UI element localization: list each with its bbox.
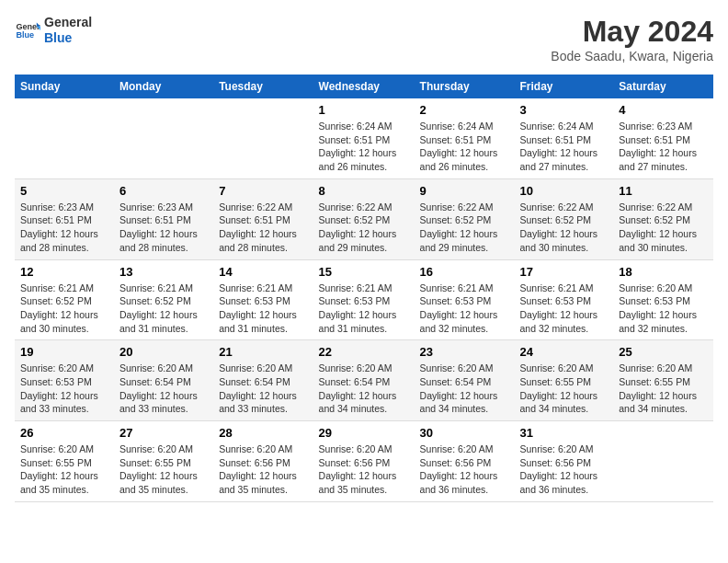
calendar-cell: 20Sunrise: 6:20 AMSunset: 6:54 PMDayligh… xyxy=(114,340,213,421)
logo-icon: General Blue xyxy=(15,17,40,43)
day-number: 7 xyxy=(219,184,307,198)
calendar-cell: 22Sunrise: 6:20 AMSunset: 6:54 PMDayligh… xyxy=(313,340,415,421)
day-info: Sunrise: 6:22 AMSunset: 6:52 PMDaylight:… xyxy=(420,201,509,255)
day-info: Sunrise: 6:23 AMSunset: 6:51 PMDaylight:… xyxy=(20,201,108,255)
day-info: Sunrise: 6:20 AMSunset: 6:55 PMDaylight:… xyxy=(119,442,208,497)
calendar-week-row: 5Sunrise: 6:23 AMSunset: 6:51 PMDaylight… xyxy=(15,178,713,259)
day-info: Sunrise: 6:21 AMSunset: 6:53 PMDaylight:… xyxy=(319,282,409,336)
calendar-cell: 15Sunrise: 6:21 AMSunset: 6:53 PMDayligh… xyxy=(313,259,415,340)
calendar-cell: 6Sunrise: 6:23 AMSunset: 6:51 PMDaylight… xyxy=(114,178,213,259)
day-number: 21 xyxy=(219,345,307,359)
day-info: Sunrise: 6:24 AMSunset: 6:51 PMDaylight:… xyxy=(319,120,409,174)
calendar-cell: 12Sunrise: 6:21 AMSunset: 6:52 PMDayligh… xyxy=(15,259,114,340)
day-number: 17 xyxy=(519,265,608,279)
calendar-table: SundayMondayTuesdayWednesdayThursdayFrid… xyxy=(15,75,713,502)
day-number: 6 xyxy=(119,184,208,198)
day-number: 5 xyxy=(20,184,108,198)
day-number: 2 xyxy=(420,103,509,117)
day-number: 3 xyxy=(519,103,608,117)
day-info: Sunrise: 6:21 AMSunset: 6:52 PMDaylight:… xyxy=(20,282,108,336)
day-number: 27 xyxy=(119,426,208,440)
day-number: 24 xyxy=(519,345,608,359)
day-number: 1 xyxy=(319,103,409,117)
day-info: Sunrise: 6:20 AMSunset: 6:54 PMDaylight:… xyxy=(420,362,509,416)
day-number: 28 xyxy=(219,426,307,440)
day-number: 10 xyxy=(519,184,608,198)
calendar-cell: 17Sunrise: 6:21 AMSunset: 6:53 PMDayligh… xyxy=(514,259,613,340)
calendar-cell: 8Sunrise: 6:22 AMSunset: 6:52 PMDaylight… xyxy=(313,178,415,259)
calendar-cell: 19Sunrise: 6:20 AMSunset: 6:53 PMDayligh… xyxy=(15,340,114,421)
calendar-cell: 30Sunrise: 6:20 AMSunset: 6:56 PMDayligh… xyxy=(415,421,515,502)
calendar-cell: 25Sunrise: 6:20 AMSunset: 6:55 PMDayligh… xyxy=(613,340,713,421)
day-number: 22 xyxy=(319,345,409,359)
day-info: Sunrise: 6:21 AMSunset: 6:53 PMDaylight:… xyxy=(219,282,307,336)
calendar-week-row: 19Sunrise: 6:20 AMSunset: 6:53 PMDayligh… xyxy=(15,340,713,421)
day-info: Sunrise: 6:21 AMSunset: 6:53 PMDaylight:… xyxy=(519,282,608,336)
day-info: Sunrise: 6:21 AMSunset: 6:53 PMDaylight:… xyxy=(420,282,509,336)
calendar-cell: 26Sunrise: 6:20 AMSunset: 6:55 PMDayligh… xyxy=(15,421,114,502)
header-tuesday: Tuesday xyxy=(213,75,313,98)
day-number: 26 xyxy=(20,426,108,440)
day-number: 23 xyxy=(420,345,509,359)
calendar-cell xyxy=(613,421,713,502)
day-info: Sunrise: 6:22 AMSunset: 6:51 PMDaylight:… xyxy=(219,201,307,255)
svg-text:Blue: Blue xyxy=(16,30,34,40)
day-number: 14 xyxy=(219,265,307,279)
calendar-week-row: 1Sunrise: 6:24 AMSunset: 6:51 PMDaylight… xyxy=(15,98,713,178)
calendar-cell: 14Sunrise: 6:21 AMSunset: 6:53 PMDayligh… xyxy=(213,259,313,340)
day-number: 31 xyxy=(519,426,608,440)
logo-blue: Blue xyxy=(44,30,92,46)
day-info: Sunrise: 6:22 AMSunset: 6:52 PMDaylight:… xyxy=(319,201,409,255)
calendar-cell: 21Sunrise: 6:20 AMSunset: 6:54 PMDayligh… xyxy=(213,340,313,421)
calendar-cell: 16Sunrise: 6:21 AMSunset: 6:53 PMDayligh… xyxy=(415,259,515,340)
day-info: Sunrise: 6:20 AMSunset: 6:55 PMDaylight:… xyxy=(619,362,708,416)
day-number: 13 xyxy=(119,265,208,279)
day-info: Sunrise: 6:20 AMSunset: 6:53 PMDaylight:… xyxy=(20,362,108,416)
calendar-week-row: 26Sunrise: 6:20 AMSunset: 6:55 PMDayligh… xyxy=(15,421,713,502)
day-info: Sunrise: 6:23 AMSunset: 6:51 PMDaylight:… xyxy=(119,201,208,255)
calendar-cell: 29Sunrise: 6:20 AMSunset: 6:56 PMDayligh… xyxy=(313,421,415,502)
day-number: 18 xyxy=(619,265,708,279)
calendar-cell: 23Sunrise: 6:20 AMSunset: 6:54 PMDayligh… xyxy=(415,340,515,421)
day-info: Sunrise: 6:20 AMSunset: 6:53 PMDaylight:… xyxy=(619,282,708,336)
calendar-title: May 2024 xyxy=(551,15,713,49)
day-number: 16 xyxy=(420,265,509,279)
header-monday: Monday xyxy=(114,75,213,98)
day-info: Sunrise: 6:20 AMSunset: 6:54 PMDaylight:… xyxy=(219,362,307,416)
day-info: Sunrise: 6:24 AMSunset: 6:51 PMDaylight:… xyxy=(420,120,509,174)
day-number: 30 xyxy=(420,426,509,440)
day-info: Sunrise: 6:22 AMSunset: 6:52 PMDaylight:… xyxy=(519,201,608,255)
calendar-cell xyxy=(114,98,213,178)
calendar-cell: 24Sunrise: 6:20 AMSunset: 6:55 PMDayligh… xyxy=(514,340,613,421)
calendar-cell: 4Sunrise: 6:23 AMSunset: 6:51 PMDaylight… xyxy=(613,98,713,178)
calendar-cell: 11Sunrise: 6:22 AMSunset: 6:52 PMDayligh… xyxy=(613,178,713,259)
logo: General Blue General Blue xyxy=(15,15,92,46)
header-friday: Friday xyxy=(514,75,613,98)
header-sunday: Sunday xyxy=(15,75,114,98)
day-number: 4 xyxy=(619,103,708,117)
calendar-week-row: 12Sunrise: 6:21 AMSunset: 6:52 PMDayligh… xyxy=(15,259,713,340)
calendar-cell: 18Sunrise: 6:20 AMSunset: 6:53 PMDayligh… xyxy=(613,259,713,340)
calendar-cell: 5Sunrise: 6:23 AMSunset: 6:51 PMDaylight… xyxy=(15,178,114,259)
calendar-cell: 9Sunrise: 6:22 AMSunset: 6:52 PMDaylight… xyxy=(415,178,515,259)
day-number: 15 xyxy=(319,265,409,279)
header-saturday: Saturday xyxy=(613,75,713,98)
day-number: 25 xyxy=(619,345,708,359)
calendar-cell: 13Sunrise: 6:21 AMSunset: 6:52 PMDayligh… xyxy=(114,259,213,340)
calendar-cell: 1Sunrise: 6:24 AMSunset: 6:51 PMDaylight… xyxy=(313,98,415,178)
calendar-cell xyxy=(15,98,114,178)
day-info: Sunrise: 6:24 AMSunset: 6:51 PMDaylight:… xyxy=(519,120,608,174)
day-info: Sunrise: 6:22 AMSunset: 6:52 PMDaylight:… xyxy=(619,201,708,255)
calendar-cell xyxy=(213,98,313,178)
calendar-cell: 3Sunrise: 6:24 AMSunset: 6:51 PMDaylight… xyxy=(514,98,613,178)
day-info: Sunrise: 6:20 AMSunset: 6:55 PMDaylight:… xyxy=(519,362,608,416)
calendar-header-row: SundayMondayTuesdayWednesdayThursdayFrid… xyxy=(15,75,713,98)
day-number: 19 xyxy=(20,345,108,359)
calendar-cell: 28Sunrise: 6:20 AMSunset: 6:56 PMDayligh… xyxy=(213,421,313,502)
header-wednesday: Wednesday xyxy=(313,75,415,98)
day-info: Sunrise: 6:20 AMSunset: 6:56 PMDaylight:… xyxy=(219,442,307,497)
day-info: Sunrise: 6:20 AMSunset: 6:55 PMDaylight:… xyxy=(20,442,108,497)
day-number: 12 xyxy=(20,265,108,279)
day-info: Sunrise: 6:20 AMSunset: 6:56 PMDaylight:… xyxy=(319,442,409,497)
calendar-cell: 2Sunrise: 6:24 AMSunset: 6:51 PMDaylight… xyxy=(415,98,515,178)
